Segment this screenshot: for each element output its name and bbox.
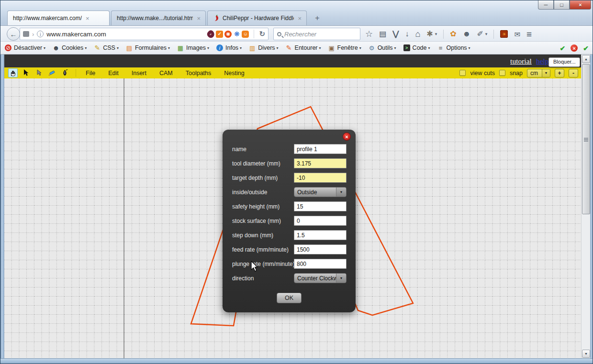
menu-file[interactable]: File <box>86 70 95 77</box>
valid-check-icon[interactable]: ✔ <box>583 44 589 52</box>
plunge-rate-input[interactable] <box>294 259 347 269</box>
page-info-icon[interactable]: i <box>37 31 44 37</box>
back-button[interactable]: ← <box>7 27 20 41</box>
devtools-item-entourer[interactable]: ✎ Entourer▾ <box>286 44 321 51</box>
menu-insert[interactable]: Insert <box>132 70 146 77</box>
devtools-item-options[interactable]: ≡ Options▾ <box>437 44 470 51</box>
field-row-step-down: step down (mm) <box>232 230 347 241</box>
scroll-down-arrow[interactable]: ▼ <box>582 350 590 358</box>
minimize-button[interactable]: ─ <box>538 0 554 10</box>
tab-tutorial[interactable]: http://www.make.../tutorial.html × <box>111 11 206 25</box>
pocket-icon[interactable]: ⋁ <box>392 30 399 38</box>
clipboard-icon[interactable]: ▤ <box>379 30 386 38</box>
valid-check-icon[interactable]: ✔ <box>560 44 566 52</box>
addon-swirl-icon[interactable]: ❋ <box>233 31 240 38</box>
devtools-item-cookies[interactable]: ☻ Cookies▾ <box>53 44 87 51</box>
tab-chilipeppr[interactable]: ChiliPeppr - Hardware Fiddle × <box>207 11 307 25</box>
devtools-item-css[interactable]: ✎ CSS▾ <box>94 44 119 51</box>
search-placeholder[interactable]: Rechercher <box>284 31 316 38</box>
menu-icon[interactable]: ≡ <box>526 30 532 39</box>
fly-addon-icon[interactable]: ✱ <box>426 30 433 38</box>
field-label: direction <box>232 273 254 284</box>
tab-close-icon[interactable]: × <box>297 15 302 22</box>
zoom-out-button[interactable]: - <box>569 69 578 77</box>
name-input[interactable] <box>294 144 347 154</box>
inside-outside-dropdown[interactable]: Outside ▼ <box>294 187 347 197</box>
stock-surface-input[interactable] <box>294 216 347 226</box>
select-tool[interactable] <box>21 68 31 77</box>
chevron-down-icon[interactable]: ▾ <box>435 32 437 36</box>
dropdown-value: Counter Clockwi <box>294 274 336 283</box>
zoom-in-button[interactable]: + <box>555 69 564 77</box>
devtools-item-outils[interactable]: ⚙ Outils▾ <box>369 44 396 51</box>
chevron-down-icon[interactable]: ▾ <box>485 32 488 36</box>
scroll-up-arrow[interactable]: ▲ <box>582 55 590 63</box>
tab-close-icon[interactable]: × <box>196 15 201 22</box>
close-window-button[interactable]: × <box>570 0 591 10</box>
smiley-addon-icon[interactable]: ☻ <box>463 30 471 38</box>
pencil-tool[interactable] <box>47 68 56 77</box>
addon-eggplant-icon[interactable]: ◗ <box>206 29 216 39</box>
window-border-right <box>590 55 593 364</box>
safety-height-input[interactable] <box>294 201 347 211</box>
vertical-scrollbar[interactable]: ▲ ▼ <box>581 55 590 358</box>
field-label: safety height (mm) <box>232 201 280 212</box>
unit-dropdown[interactable]: cm ▼ <box>527 69 550 77</box>
tab-close-icon[interactable]: × <box>85 15 90 22</box>
devtools-label: CSS <box>103 44 115 51</box>
devtools-item-desactiver[interactable]: ⊘ Désactiver▾ <box>5 44 45 51</box>
mouse-cursor <box>250 261 260 273</box>
menu-edit[interactable]: Edit <box>108 70 119 77</box>
step-down-input[interactable] <box>294 230 347 240</box>
addon-box-icon[interactable]: ☀ <box>500 30 508 38</box>
direction-dropdown[interactable]: Counter Clockwi ▼ <box>294 273 347 283</box>
search-bar[interactable]: Rechercher <box>273 28 360 40</box>
help-link[interactable]: help <box>536 57 549 66</box>
dialog-close-button[interactable]: × <box>343 132 351 141</box>
feed-rate-input[interactable] <box>294 244 347 254</box>
addon-ubuntu-icon[interactable]: ◉ <box>224 31 232 38</box>
snap-checkbox[interactable] <box>499 70 505 76</box>
mail-icon[interactable]: ✉ <box>514 31 520 38</box>
tutorial-link[interactable]: tutorial <box>510 57 532 66</box>
url-bar[interactable]: › i www.makercam.com ◗ ✓ ◉ ❋ ☺ ↻ <box>20 28 269 40</box>
downloads-icon[interactable]: ↓ <box>405 30 409 38</box>
devtools-item-infos[interactable]: i Infos▾ <box>216 44 242 51</box>
url-text[interactable]: www.makercam.com <box>46 31 204 38</box>
tab-makercam[interactable]: http://www.makercam.com/ × <box>7 11 110 25</box>
new-tab-button[interactable]: + <box>311 13 324 23</box>
menu-toolpaths[interactable]: Toolpaths <box>186 70 212 77</box>
direct-select-tool[interactable] <box>34 68 44 77</box>
eyedropper-icon[interactable]: ✐ <box>477 30 483 38</box>
site-identity-icon[interactable] <box>23 31 29 37</box>
menu-cam[interactable]: CAM <box>159 70 173 77</box>
tool-diameter-input[interactable] <box>294 158 347 168</box>
pencil-icon: ✎ <box>94 44 101 51</box>
addon-check-icon[interactable]: ✓ <box>216 31 223 38</box>
scrollbar-thumb[interactable] <box>582 64 590 214</box>
maximize-button[interactable]: □ <box>554 0 570 10</box>
devtools-item-fenetre[interactable]: ▣ Fenêtre▾ <box>328 44 361 51</box>
devtools-item-formulaires[interactable]: ▤ Formulaires▾ <box>126 44 170 51</box>
menu-nesting[interactable]: Nesting <box>224 70 244 77</box>
devtools-item-code[interactable]: > Code▾ <box>403 44 430 51</box>
target-depth-input[interactable] <box>294 173 347 183</box>
devtools-item-divers[interactable]: ▥ Divers▾ <box>249 44 278 51</box>
addon-smiley-icon[interactable]: ☺ <box>242 31 249 38</box>
field-row-target-depth: target depth (mm) <box>232 173 347 183</box>
bloquer-tooltip: Bloquer... <box>548 57 580 67</box>
profile-parameters-dialog: × name tool diameter (mm) target depth (… <box>223 130 356 312</box>
devtools-item-images[interactable]: ▦ Images▾ <box>177 44 209 51</box>
chevron-down-icon: ▼ <box>336 274 346 283</box>
bookmark-star-icon[interactable]: ☆ <box>365 30 373 38</box>
error-badge-icon[interactable]: × <box>571 44 578 52</box>
view-cuts-checkbox[interactable] <box>459 70 466 76</box>
bird-addon-icon[interactable]: ✿ <box>450 30 456 38</box>
pen-tool[interactable] <box>60 68 69 77</box>
caret-icon: ▾ <box>117 46 119 50</box>
hand-icon <box>10 69 17 77</box>
home-icon[interactable]: ⌂ <box>415 30 420 38</box>
reload-icon[interactable]: ↻ <box>259 30 265 38</box>
pan-hand-tool[interactable] <box>8 68 18 77</box>
ok-button[interactable]: OK <box>277 293 302 303</box>
